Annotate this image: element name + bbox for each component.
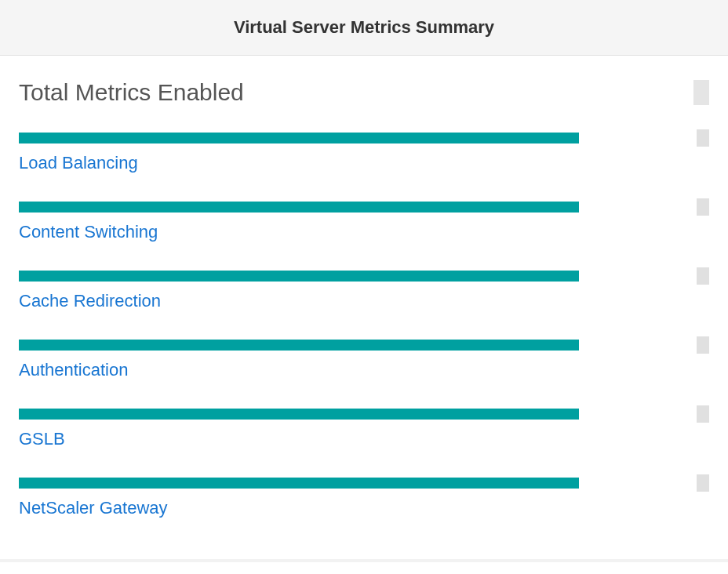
metric-count xyxy=(697,198,709,216)
total-metrics-row: Total Metrics Enabled xyxy=(19,79,709,106)
metric-row-gslb: GSLB xyxy=(19,405,709,449)
metric-count xyxy=(697,336,709,354)
metric-bar-row xyxy=(19,198,709,216)
metric-link-authentication[interactable]: Authentication xyxy=(19,360,709,380)
metric-count xyxy=(697,405,709,423)
metric-link-gslb[interactable]: GSLB xyxy=(19,429,709,449)
metric-count xyxy=(697,474,709,492)
metric-link-cache-redirection[interactable]: Cache Redirection xyxy=(19,291,709,311)
panel-header: Virtual Server Metrics Summary xyxy=(0,0,728,56)
total-metrics-count xyxy=(693,80,709,105)
metric-row-content-switching: Content Switching xyxy=(19,198,709,242)
metric-link-content-switching[interactable]: Content Switching xyxy=(19,222,709,242)
main-content: Total Metrics Enabled Load Balancing Con… xyxy=(0,56,728,559)
panel-footer: Configure Metrics xyxy=(0,559,728,574)
panel-title: Virtual Server Metrics Summary xyxy=(0,17,728,38)
metric-row-load-balancing: Load Balancing xyxy=(19,129,709,173)
progress-bar xyxy=(19,478,579,489)
total-metrics-label: Total Metrics Enabled xyxy=(19,79,244,106)
progress-bar xyxy=(19,340,579,351)
metric-bar-row xyxy=(19,405,709,423)
metric-row-netscaler-gateway: NetScaler Gateway xyxy=(19,474,709,518)
metric-bar-row xyxy=(19,267,709,285)
metric-link-load-balancing[interactable]: Load Balancing xyxy=(19,153,709,173)
progress-bar xyxy=(19,133,579,144)
progress-bar xyxy=(19,202,579,213)
progress-bar xyxy=(19,409,579,420)
metric-link-netscaler-gateway[interactable]: NetScaler Gateway xyxy=(19,498,709,518)
metric-bar-row xyxy=(19,336,709,354)
metric-row-authentication: Authentication xyxy=(19,336,709,380)
metric-count xyxy=(697,267,709,285)
metric-bar-row xyxy=(19,474,709,492)
metric-bar-row xyxy=(19,129,709,147)
progress-bar xyxy=(19,271,579,282)
metric-count xyxy=(697,129,709,147)
metric-row-cache-redirection: Cache Redirection xyxy=(19,267,709,311)
